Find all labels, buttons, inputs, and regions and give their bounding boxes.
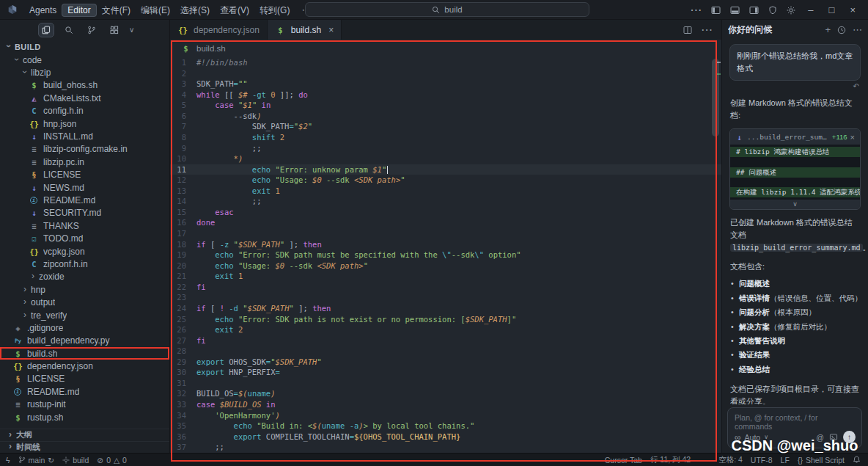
tree-item-build_ohos.sh[interactable]: $build_ohos.sh — [0, 79, 169, 92]
code-line[interactable]: 16done — [170, 217, 721, 228]
code-line[interactable]: 10 *) — [170, 153, 721, 164]
branch-indicator[interactable]: main ↻ — [18, 456, 55, 465]
explorer-view-button[interactable] — [38, 23, 54, 37]
code-line[interactable]: 18if [ -z "$SDK_PATH" ]; then — [170, 239, 721, 250]
code-line[interactable]: 27fi — [170, 335, 721, 346]
code-line[interactable]: 11 echo "Error: unknow param $1" — [170, 164, 721, 175]
editor-more-actions-icon[interactable]: ⋯ — [701, 23, 713, 37]
views-chevron-icon[interactable]: ∨ — [129, 26, 134, 34]
tab-build.sh[interactable]: $build.sh× — [268, 20, 342, 40]
code-line[interactable]: 21 exit 1 — [170, 271, 721, 282]
code-line[interactable]: 4while [[ $# -gt 0 ]]; do — [170, 90, 721, 101]
split-editor-icon[interactable] — [683, 26, 692, 34]
tab-dependency.json[interactable]: {}dependency.json — [170, 20, 268, 40]
code-line[interactable]: 35 echo "Build in: <$(uname -a)> by loca… — [170, 421, 721, 432]
toggle-secondary-sidebar-icon[interactable] — [749, 6, 759, 15]
tree-item-zipconf.h.in[interactable]: Czipconf.h.in — [0, 258, 169, 270]
cursor-tab-status[interactable]: Cursor Tab — [605, 456, 642, 465]
code-line[interactable]: 33case $BUILD_OS in — [170, 399, 721, 410]
tree-item-THANKS[interactable]: ≡THANKS — [0, 219, 169, 232]
encoding-status[interactable]: UTF-8 — [751, 456, 773, 465]
code-line[interactable]: 37 ;; — [170, 442, 721, 453]
tree-item-NEWS.md[interactable]: ↓NEWS.md — [0, 181, 169, 194]
search-view-button[interactable] — [61, 23, 77, 37]
code-line[interactable]: 9 ;; — [170, 143, 721, 154]
code-line[interactable]: 29export OHOS_SDK="$SDK_PATH" — [170, 357, 721, 368]
cursor-position[interactable]: 行 11, 列 42 — [650, 455, 691, 465]
tree-item-rustup-init[interactable]: ≡rustup-init — [0, 398, 169, 411]
code-line[interactable]: 36 export COMPILER_TOOLCHAIN=${OHOS_TOOL… — [170, 432, 721, 443]
tree-item-.gitignore[interactable]: ◈.gitignore — [0, 321, 169, 334]
code-line[interactable]: 6 --sdk) — [170, 111, 721, 122]
chat-input-box[interactable]: Plan, @ for context, / for commands ∞ Au… — [727, 407, 862, 448]
attach-image-icon[interactable] — [829, 433, 838, 441]
tree-item-output[interactable]: ›output — [0, 296, 169, 308]
model-selector[interactable]: Auto — [745, 433, 761, 442]
menu-item-查看(V)[interactable]: 查看(V) — [215, 4, 254, 17]
chat-body[interactable]: 刚刚那个错误总结给我，md文章格式 ↶ 创建 Markdown 格式的错误总结文… — [722, 40, 868, 404]
extensions-view-button[interactable] — [106, 23, 122, 37]
code-line[interactable]: 13 exit 1 — [170, 186, 721, 197]
toggle-sidebar-icon[interactable] — [711, 6, 721, 15]
tree-item-CMakeLists.txt[interactable]: ◭CMakeLists.txt — [0, 92, 169, 104]
tree-item-config.h.in[interactable]: Cconfig.h.in — [0, 105, 169, 117]
notifications-bell-icon[interactable] — [853, 456, 861, 464]
indentation-status[interactable]: 空格: 4 — [718, 455, 743, 465]
code-line[interactable]: 28 — [170, 346, 721, 357]
menu-item-文件(F)[interactable]: 文件(F) — [97, 4, 136, 17]
expand-card-icon[interactable]: ∨ — [730, 200, 860, 209]
code-line[interactable]: 22fi — [170, 282, 721, 293]
privacy-shield-icon[interactable] — [768, 6, 777, 15]
close-window-icon[interactable]: × — [847, 4, 858, 15]
code-line[interactable]: 2 — [170, 68, 721, 79]
problems-indicator[interactable]: ⊘0 △0 — [97, 456, 127, 465]
tree-item-vcpkg.json[interactable]: {}vcpkg.json — [0, 245, 169, 258]
send-button[interactable]: ↑ — [843, 431, 856, 443]
code-line[interactable]: 15 esac — [170, 207, 721, 218]
toggle-panel-icon[interactable] — [730, 6, 740, 15]
tree-item-libzip.pc.in[interactable]: ≡libzip.pc.in — [0, 156, 169, 168]
code-editor[interactable]: $ build.sh 1#!/bin/bash23SDK_PATH=""4whi… — [170, 40, 721, 453]
chat-more-icon[interactable]: ⋯ — [853, 24, 862, 35]
code-line[interactable]: 31 — [170, 378, 721, 389]
new-chat-icon[interactable]: + — [825, 24, 831, 35]
code-line[interactable]: 30export HNP_PERFIX= — [170, 367, 721, 378]
tree-item-dependency.json[interactable]: {}dependency.json — [0, 360, 169, 372]
code-line[interactable]: 5 case "$1" in — [170, 100, 721, 111]
restore-checkpoint-icon[interactable]: ↶ — [731, 82, 859, 90]
code-line[interactable]: 25 echo "Error: SDK path is not exist or… — [170, 314, 721, 325]
card-close-icon[interactable]: × — [850, 133, 855, 142]
explorer-section-header[interactable]: › BUILD — [0, 40, 169, 54]
tree-item-tre_verify[interactable]: ›tre_verify — [0, 309, 169, 321]
tree-item-libzip[interactable]: ›libzip — [0, 66, 169, 79]
tree-item-rustup.sh[interactable]: $rustup.sh — [0, 411, 169, 423]
tree-item-hnp.json[interactable]: {}hnp.json — [0, 117, 169, 130]
tree-item-build_dependency.py[interactable]: Pybuild_dependency.py — [0, 335, 169, 347]
menu-item-转到(G)[interactable]: 转到(G) — [254, 4, 295, 17]
tree-item-INSTALL.md[interactable]: ↓INSTALL.md — [0, 130, 169, 142]
diff-file-name[interactable]: ...build_error_summary.md — [747, 133, 829, 141]
code-line[interactable]: 1#!/bin/bash — [170, 57, 721, 68]
code-line[interactable]: 32BUILD_OS=$(uname) — [170, 388, 721, 399]
code-line[interactable]: 19 echo "Error: SDK path must be specifi… — [170, 250, 721, 261]
code-line[interactable]: 34 'OpenHarmony') — [170, 410, 721, 421]
remote-indicator[interactable]: ϟ — [6, 456, 10, 465]
code-line[interactable]: 14 ;; — [170, 196, 721, 207]
menu-item-选择(S)[interactable]: 选择(S) — [175, 4, 215, 17]
code-line[interactable]: 24if [ ! -d "$SDK_PATH" ]; then — [170, 303, 721, 314]
outline-section[interactable]: › 大纲 — [0, 429, 169, 441]
tree-item-hnp[interactable]: ›hnp — [0, 283, 169, 296]
inline-file-chip[interactable]: libzip_build_error_summary.md — [730, 244, 863, 252]
timeline-section[interactable]: › 时间线 — [0, 441, 169, 454]
tree-item-SECURITY.md[interactable]: ↓SECURITY.md — [0, 207, 169, 219]
tree-item-README.md[interactable]: iREADME.md — [0, 385, 169, 398]
menu-item-Agents[interactable]: Agents — [24, 4, 62, 17]
task-indicator[interactable]: build — [62, 456, 89, 465]
agent-mode-icon[interactable]: ∞ — [735, 432, 741, 443]
language-status[interactable]: {} Shell Script — [798, 456, 845, 465]
code-line[interactable]: 3SDK_PATH="" — [170, 79, 721, 90]
minimize-icon[interactable]: – — [805, 4, 816, 15]
code-line[interactable]: 17 — [170, 228, 721, 239]
code-line[interactable]: 26 exit 2 — [170, 324, 721, 335]
breadcrumb[interactable]: $ build.sh — [170, 40, 721, 57]
